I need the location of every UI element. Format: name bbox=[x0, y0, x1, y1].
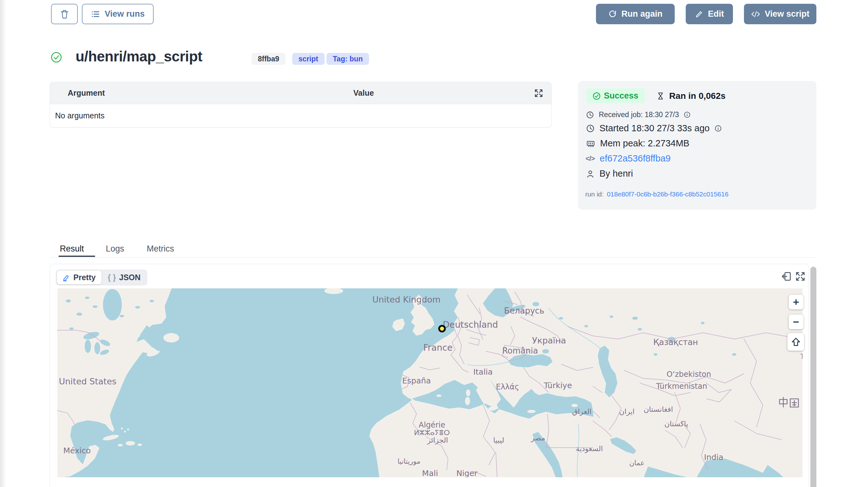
map-marker-dot bbox=[440, 327, 444, 331]
success-check-icon bbox=[50, 51, 62, 63]
kind-badge: script bbox=[292, 53, 324, 65]
tab-logs[interactable]: Logs bbox=[106, 244, 124, 254]
refresh-icon bbox=[608, 10, 617, 19]
map-label: ليبيا bbox=[493, 436, 504, 444]
status-badge: Success bbox=[586, 88, 645, 103]
map-label: Қазақстан bbox=[653, 337, 698, 347]
map-label: عمان bbox=[629, 459, 645, 467]
map-label: Deutschland bbox=[443, 319, 498, 330]
map-label: ايران bbox=[619, 407, 635, 416]
map-label: مصر bbox=[531, 434, 545, 442]
braces-icon: { } bbox=[108, 273, 116, 282]
edit-label: Edit bbox=[708, 9, 724, 19]
map-label: السعودية bbox=[576, 445, 603, 453]
argument-column-header: Argument bbox=[50, 88, 201, 98]
run-page: View runs Run again Edit View script bbox=[0, 0, 868, 487]
map-label: پاکستان bbox=[664, 420, 688, 428]
status-panel: Success Ran in 0,062s Received job: 18:3… bbox=[578, 81, 816, 210]
tab-result[interactable]: Result bbox=[60, 244, 84, 254]
arguments-table: Argument Value No arguments bbox=[50, 82, 552, 127]
trash-icon bbox=[60, 9, 69, 19]
map-label: افغانستان bbox=[644, 405, 673, 413]
run-id-label: run id: bbox=[585, 190, 603, 198]
started-text: Started 18:30 27/3 33s ago bbox=[599, 123, 710, 133]
list-icon bbox=[91, 9, 100, 19]
pretty-label: Pretty bbox=[73, 273, 96, 282]
mem-peak-text: Mem peak: 2.2734MB bbox=[600, 138, 689, 149]
duration-text: Ran in 0,062s bbox=[669, 91, 726, 101]
author-text: By henri bbox=[599, 169, 633, 179]
hash-badge: 8ffba9 bbox=[252, 53, 285, 65]
map-label: Türkmenistan bbox=[656, 382, 707, 391]
hourglass-icon bbox=[657, 91, 664, 101]
map-label: México bbox=[63, 446, 91, 455]
tab-divider bbox=[50, 257, 816, 257]
map-label: United States bbox=[59, 376, 117, 386]
map-label: ⵍⵣⵣⴰⵢⴻⵔ bbox=[414, 429, 450, 437]
map-label: العراق bbox=[572, 407, 591, 416]
map-label: Niger bbox=[456, 469, 477, 477]
active-tab-underline bbox=[59, 255, 95, 257]
info-icon[interactable] bbox=[715, 125, 722, 132]
map-reset-bearing-button[interactable] bbox=[787, 333, 804, 351]
map-zoom-out-button[interactable]: − bbox=[789, 314, 803, 329]
run-again-label: Run again bbox=[621, 9, 663, 19]
pen-icon bbox=[63, 274, 70, 281]
person-icon bbox=[586, 170, 594, 178]
run-again-button[interactable]: Run again bbox=[596, 4, 675, 24]
pencil-icon bbox=[695, 10, 704, 19]
view-script-label: View script bbox=[765, 9, 809, 19]
pretty-toggle[interactable]: Pretty bbox=[57, 271, 101, 284]
map-svg: United KingdomБеларусьDeutschlandУкраїна… bbox=[57, 288, 803, 477]
result-map[interactable]: United KingdomБеларусьDeutschlandУкраїна… bbox=[57, 288, 803, 477]
run-id-link[interactable]: 018e80f7-0c6b-b26b-f366-c8b52c015616 bbox=[607, 190, 728, 198]
map-label: Oʻzbekiston bbox=[666, 370, 711, 379]
script-hash-link[interactable]: ef672a536f8ffba9 bbox=[600, 153, 671, 164]
check-circle-icon bbox=[592, 92, 601, 100]
up-arrow-icon bbox=[790, 337, 801, 347]
map-label: Ъо bbox=[800, 353, 803, 361]
delete-run-button[interactable] bbox=[51, 4, 78, 24]
no-arguments-text: No arguments bbox=[55, 111, 104, 120]
value-column-header: Value bbox=[201, 88, 526, 98]
map-label: España bbox=[402, 376, 431, 385]
map-label: Україна bbox=[532, 336, 566, 345]
copy-result-icon[interactable] bbox=[781, 271, 792, 282]
map-label: India bbox=[704, 453, 723, 462]
arguments-table-header: Argument Value bbox=[50, 82, 551, 104]
map-label: Italia bbox=[473, 367, 493, 376]
result-view-toggle: Pretty { } JSON bbox=[56, 270, 147, 285]
view-script-button[interactable]: View script bbox=[744, 4, 816, 24]
json-label: JSON bbox=[119, 273, 141, 282]
map-label: France bbox=[423, 342, 453, 353]
map-label: Algérie bbox=[419, 421, 445, 429]
clock-icon bbox=[586, 111, 594, 119]
vertical-scrollbar[interactable] bbox=[810, 267, 816, 487]
table-row: No arguments bbox=[50, 104, 551, 127]
received-job-text: Received job: 18:30 27/3 bbox=[599, 111, 679, 119]
edit-button[interactable]: Edit bbox=[686, 4, 733, 24]
tab-metrics[interactable]: Metrics bbox=[147, 244, 174, 254]
info-icon[interactable] bbox=[684, 112, 690, 118]
json-toggle[interactable]: { } JSON bbox=[102, 271, 146, 284]
result-panel: Pretty { } JSON bbox=[50, 264, 809, 487]
map-label: الجزائر bbox=[427, 436, 448, 445]
map-label: United Kingdom bbox=[372, 295, 441, 304]
map-label: România bbox=[502, 346, 538, 356]
map-label: Mali bbox=[422, 469, 438, 477]
code-icon bbox=[751, 10, 760, 19]
map-label: Türkiye bbox=[544, 381, 572, 390]
page-title: u/henri/map_script bbox=[75, 48, 203, 65]
code-icon: </> bbox=[586, 155, 595, 163]
view-runs-label: View runs bbox=[104, 9, 145, 19]
map-label: موريتانيا bbox=[398, 457, 421, 465]
expand-result-icon[interactable] bbox=[795, 271, 806, 282]
expand-table-icon[interactable] bbox=[526, 88, 551, 98]
view-runs-button[interactable]: View runs bbox=[82, 4, 154, 24]
tag-badge: Tag: bun bbox=[327, 53, 369, 65]
clock-icon bbox=[586, 124, 594, 132]
map-label: Беларусь bbox=[504, 306, 544, 315]
memory-icon bbox=[586, 139, 595, 148]
left-edge-shadow bbox=[0, 0, 6, 487]
map-zoom-in-button[interactable]: + bbox=[789, 295, 803, 309]
